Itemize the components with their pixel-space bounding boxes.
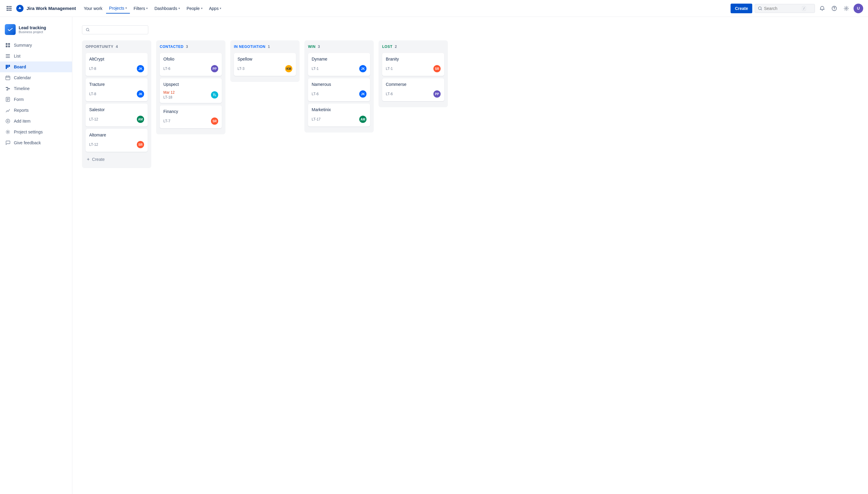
card-avatar: SR	[137, 141, 144, 148]
svg-rect-23	[6, 76, 10, 80]
card-lost-1[interactable]: Commerse LT-6 PP	[382, 78, 444, 101]
card-win-2[interactable]: Marketinix LT-17 AM	[308, 103, 370, 127]
search-box[interactable]: /	[755, 4, 815, 13]
svg-rect-19	[6, 57, 10, 58]
nav-dashboards[interactable]: Dashboards ▾	[151, 4, 183, 13]
column-title-lost: LOST	[382, 44, 392, 49]
list-label: List	[14, 54, 20, 58]
card-footer: LT-12 SR	[89, 141, 144, 148]
card-footer: LT-6 PP	[163, 65, 218, 72]
card-avatar: AM	[137, 116, 144, 123]
nav-apps[interactable]: Apps ▾	[206, 4, 224, 13]
nav-people[interactable]: People ▾	[184, 4, 206, 13]
nav-projects[interactable]: Projects ▾	[106, 3, 130, 14]
card-in-negotiation-0[interactable]: Spellow LT-3 KM	[234, 53, 296, 76]
project-name: Lead tracking	[19, 25, 46, 30]
column-in-negotiation: IN NEGOTIATION 1 Spellow LT-3 KM	[230, 40, 300, 82]
search-input[interactable]	[764, 6, 800, 11]
card-title: Altomare	[89, 133, 144, 137]
search-kbd: /	[802, 6, 806, 11]
column-count-in-negotiation: 1	[268, 44, 270, 49]
create-button[interactable]: Create	[731, 4, 752, 13]
board-search-input[interactable]	[92, 27, 144, 32]
card-footer: LT-12 AM	[89, 116, 144, 123]
card-footer: LT-8 JK	[89, 65, 144, 72]
column-count-contacted: 3	[186, 44, 188, 49]
calendar-label: Calendar	[14, 75, 31, 80]
svg-rect-21	[7, 65, 8, 68]
sidebar-item-give-feedback[interactable]: Give feedback	[0, 137, 72, 148]
board-search-box[interactable]	[82, 25, 148, 34]
column-create-button[interactable]: +Create	[86, 154, 148, 165]
card-contacted-2[interactable]: Financy LT-7 SR	[160, 106, 222, 128]
svg-rect-25	[7, 88, 10, 89]
sidebar-item-form[interactable]: Form	[0, 94, 72, 105]
settings-button[interactable]	[842, 4, 851, 13]
search-icon	[758, 6, 762, 11]
card-footer: LT-8 JK	[89, 90, 144, 98]
sidebar-item-board[interactable]: Board	[0, 61, 72, 72]
app-logo[interactable]: Jira Work Management	[16, 4, 76, 13]
sidebar-nav: Summary List Board	[0, 40, 72, 148]
svg-rect-1	[8, 6, 10, 7]
notifications-button[interactable]	[817, 4, 827, 13]
user-avatar[interactable]: U	[853, 4, 863, 13]
sidebar-item-project-settings[interactable]: Project settings	[0, 127, 72, 137]
card-footer: LT-1 SR	[386, 65, 441, 72]
nav-filters[interactable]: Filters ▾	[130, 4, 151, 13]
column-count-opportunity: 4	[116, 44, 118, 49]
card-footer: LT-6 PP	[386, 90, 441, 98]
card-contacted-1[interactable]: Upspect Mar 12 LT-18 TL	[160, 78, 222, 103]
card-footer: LT-1 JK	[312, 65, 367, 72]
project-type: Business project	[19, 30, 46, 34]
svg-rect-24	[6, 87, 8, 88]
card-opportunity-2[interactable]: Salestor LT-12 AM	[86, 103, 148, 127]
sidebar-item-timeline[interactable]: Timeline	[0, 83, 72, 94]
svg-rect-26	[6, 90, 8, 90]
column-count-lost: 2	[395, 44, 397, 49]
give-feedback-icon	[5, 140, 11, 146]
topnav-right: Create /	[731, 4, 863, 13]
card-avatar: JK	[359, 90, 367, 98]
grid-menu-button[interactable]	[5, 4, 13, 13]
sidebar-item-calendar[interactable]: Calendar	[0, 72, 72, 83]
plus-icon: +	[87, 157, 90, 162]
card-id: LT-12	[89, 117, 98, 121]
card-contacted-0[interactable]: Ofolio LT-6 PP	[160, 53, 222, 76]
card-date: Mar 12	[163, 90, 174, 95]
sidebar-item-reports[interactable]: Reports	[0, 105, 72, 116]
sidebar-item-list[interactable]: List	[0, 51, 72, 61]
add-item-icon	[5, 118, 11, 124]
sidebar-item-add-item[interactable]: Add item	[0, 116, 72, 127]
sidebar-project: Lead tracking Business project	[0, 22, 72, 40]
svg-rect-13	[6, 43, 7, 45]
column-lost: LOST 2 Branity LT-1 SR Commerse LT-6 PP	[378, 40, 448, 107]
card-avatar: PP	[433, 90, 441, 98]
svg-rect-15	[6, 45, 7, 47]
card-id: LT-6	[312, 92, 318, 96]
svg-rect-17	[6, 54, 10, 55]
column-count-win: 3	[318, 44, 320, 49]
card-avatar: PP	[211, 65, 218, 72]
svg-rect-2	[10, 6, 12, 7]
card-opportunity-1[interactable]: Tracture LT-8 JK	[86, 78, 148, 101]
calendar-icon	[5, 75, 11, 81]
create-label: Create	[92, 157, 105, 162]
column-title-win: WIN	[308, 44, 316, 49]
sidebar-item-summary[interactable]: Summary	[0, 40, 72, 51]
card-title: Spellow	[238, 57, 292, 61]
card-footer: Mar 12 LT-18 TL	[163, 90, 218, 99]
board-label: Board	[14, 64, 26, 69]
card-footer: LT-17 AM	[312, 116, 367, 123]
nav-your-work[interactable]: Your work	[81, 4, 106, 13]
list-icon	[5, 53, 11, 59]
card-opportunity-0[interactable]: AltCrypt LT-8 JK	[86, 53, 148, 76]
card-opportunity-3[interactable]: Altomare LT-12 SR	[86, 129, 148, 152]
card-avatar: JK	[359, 65, 367, 72]
column-title-contacted: CONTACTED	[160, 44, 184, 49]
card-win-1[interactable]: Namerous LT-6 JK	[308, 78, 370, 101]
project-icon	[5, 24, 16, 35]
help-button[interactable]	[829, 4, 839, 13]
card-lost-0[interactable]: Branity LT-1 SR	[382, 53, 444, 76]
card-win-0[interactable]: Dyname LT-1 JK	[308, 53, 370, 76]
